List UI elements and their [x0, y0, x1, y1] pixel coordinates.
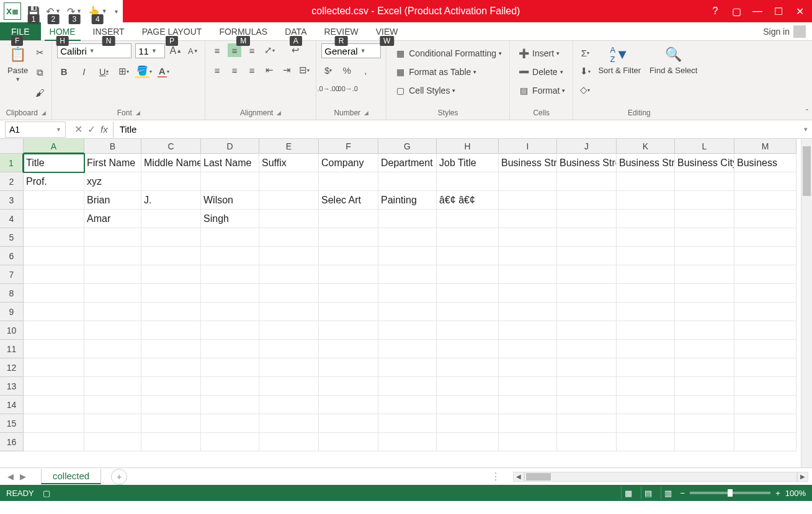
scroll-thumb[interactable]	[526, 473, 551, 481]
cell[interactable]	[499, 303, 557, 321]
cell[interactable]	[84, 265, 141, 284]
cell[interactable]	[141, 433, 201, 451]
help-icon[interactable]: ?	[709, 5, 721, 17]
cell[interactable]	[617, 303, 675, 321]
increase-indent-icon[interactable]: ⇥	[280, 63, 293, 77]
cell[interactable]	[675, 284, 734, 303]
formula-input[interactable]: Title	[113, 122, 800, 138]
cell[interactable]	[437, 321, 499, 340]
row-header[interactable]: 16	[0, 433, 24, 451]
cell[interactable]	[84, 340, 141, 358]
row-header[interactable]: 4	[0, 210, 24, 228]
close-icon[interactable]: ✕	[793, 5, 806, 17]
cell[interactable]	[259, 433, 319, 451]
column-header[interactable]: E	[259, 139, 319, 154]
font-size-combo[interactable]: 11▼	[135, 43, 165, 58]
maximize-icon[interactable]: ☐	[772, 5, 785, 17]
cell[interactable]	[378, 358, 437, 377]
cell[interactable]	[201, 396, 259, 414]
cell[interactable]: Business Street	[617, 154, 675, 172]
cell[interactable]	[499, 340, 557, 358]
tab-data[interactable]: DATAA	[276, 22, 315, 40]
fx-icon[interactable]: fx	[100, 124, 108, 135]
cell[interactable]	[84, 414, 141, 433]
qat-redo-icon[interactable]: ↷▼3	[67, 6, 82, 17]
cell[interactable]	[84, 228, 141, 247]
cell[interactable]	[734, 358, 796, 377]
cell[interactable]	[319, 414, 378, 433]
cell[interactable]	[24, 228, 84, 247]
cell[interactable]	[319, 358, 378, 377]
cell[interactable]	[319, 284, 378, 303]
cell[interactable]	[734, 303, 796, 321]
cell[interactable]	[141, 284, 201, 303]
macro-record-icon[interactable]: ▢	[43, 489, 50, 498]
row-header[interactable]: 2	[0, 172, 24, 191]
cell[interactable]	[437, 210, 499, 228]
cell[interactable]: Painting	[378, 191, 437, 210]
cell[interactable]	[378, 414, 437, 433]
cell[interactable]	[499, 191, 557, 210]
excel-app-icon[interactable]: X≣	[4, 2, 21, 20]
format-cells-button[interactable]: ▤Format▾	[515, 83, 568, 98]
cell[interactable]: Wilson	[201, 191, 259, 210]
cell[interactable]	[437, 172, 499, 191]
cell[interactable]	[617, 191, 675, 210]
cell[interactable]	[437, 433, 499, 451]
cell[interactable]	[84, 303, 141, 321]
cell[interactable]: J.	[141, 191, 201, 210]
cell[interactable]	[259, 228, 319, 247]
cell[interactable]: xyz	[84, 172, 141, 191]
comma-icon[interactable]: ,	[359, 63, 372, 77]
cell[interactable]	[201, 228, 259, 247]
cell[interactable]	[319, 228, 378, 247]
cell[interactable]	[259, 265, 319, 284]
cell[interactable]	[24, 414, 84, 433]
scroll-right-icon[interactable]: ▶	[797, 472, 808, 482]
cell[interactable]	[499, 228, 557, 247]
conditional-formatting-button[interactable]: ▦Conditional Formatting▾	[391, 46, 504, 61]
delete-cells-button[interactable]: ➖Delete▾	[515, 64, 565, 79]
zoom-in-icon[interactable]: +	[775, 489, 780, 498]
vertical-scrollbar[interactable]	[801, 139, 812, 467]
fill-color-icon[interactable]: 🪣▾	[136, 64, 150, 78]
cell[interactable]	[557, 377, 617, 396]
cell[interactable]	[675, 321, 734, 340]
cell[interactable]	[675, 172, 734, 191]
cell[interactable]	[437, 396, 499, 414]
cell[interactable]	[378, 321, 437, 340]
cell[interactable]	[499, 321, 557, 340]
cell[interactable]	[437, 340, 499, 358]
cell[interactable]	[734, 414, 796, 433]
cell[interactable]	[617, 247, 675, 265]
find-select-button[interactable]: 🔍 Find & Select	[647, 43, 700, 76]
cell[interactable]	[734, 191, 796, 210]
cell[interactable]	[319, 433, 378, 451]
cell[interactable]	[437, 247, 499, 265]
column-header[interactable]: B	[84, 139, 141, 154]
qat-touch-icon[interactable]: 👆▼4	[88, 6, 107, 17]
column-header[interactable]: G	[378, 139, 437, 154]
cell[interactable]	[201, 433, 259, 451]
collapse-ribbon-icon[interactable]: ˆ	[806, 109, 808, 117]
cell[interactable]	[557, 396, 617, 414]
merge-center-icon[interactable]: ⊟▾	[297, 63, 311, 77]
cell[interactable]	[378, 284, 437, 303]
cell[interactable]	[734, 247, 796, 265]
enter-formula-icon[interactable]: ✓	[87, 123, 96, 135]
cell[interactable]	[24, 321, 84, 340]
ribbon-display-icon[interactable]: ▢	[730, 5, 743, 17]
cell[interactable]	[84, 321, 141, 340]
sign-in-link[interactable]: Sign in	[763, 22, 812, 40]
cell[interactable]	[141, 247, 201, 265]
cell[interactable]: Business Street	[499, 154, 557, 172]
horizontal-scrollbar[interactable]: ⋮ ◀ ▶	[491, 471, 812, 482]
cell[interactable]: Prof.	[24, 172, 84, 191]
cell[interactable]	[734, 265, 796, 284]
cell[interactable]	[499, 265, 557, 284]
cell[interactable]	[557, 340, 617, 358]
cell[interactable]	[557, 247, 617, 265]
cell[interactable]	[24, 265, 84, 284]
bold-button[interactable]: B	[57, 64, 71, 78]
column-header[interactable]: I	[499, 139, 557, 154]
